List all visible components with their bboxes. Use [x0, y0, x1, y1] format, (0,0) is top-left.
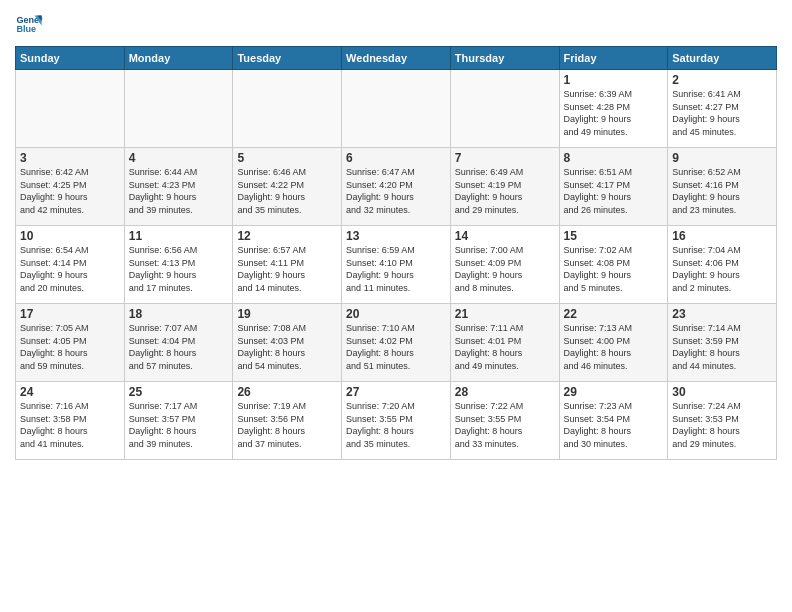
day-info: Sunrise: 7:24 AM Sunset: 3:53 PM Dayligh… [672, 400, 772, 450]
calendar-cell: 11Sunrise: 6:56 AM Sunset: 4:13 PM Dayli… [124, 226, 233, 304]
day-info: Sunrise: 7:13 AM Sunset: 4:00 PM Dayligh… [564, 322, 664, 372]
day-info: Sunrise: 6:52 AM Sunset: 4:16 PM Dayligh… [672, 166, 772, 216]
calendar-cell: 29Sunrise: 7:23 AM Sunset: 3:54 PM Dayli… [559, 382, 668, 460]
calendar-cell [233, 70, 342, 148]
day-number: 29 [564, 385, 664, 399]
day-number: 1 [564, 73, 664, 87]
calendar-cell: 10Sunrise: 6:54 AM Sunset: 4:14 PM Dayli… [16, 226, 125, 304]
day-number: 3 [20, 151, 120, 165]
calendar-cell [450, 70, 559, 148]
day-info: Sunrise: 6:56 AM Sunset: 4:13 PM Dayligh… [129, 244, 229, 294]
day-info: Sunrise: 7:19 AM Sunset: 3:56 PM Dayligh… [237, 400, 337, 450]
day-info: Sunrise: 7:10 AM Sunset: 4:02 PM Dayligh… [346, 322, 446, 372]
day-number: 22 [564, 307, 664, 321]
day-header-friday: Friday [559, 47, 668, 70]
day-info: Sunrise: 7:20 AM Sunset: 3:55 PM Dayligh… [346, 400, 446, 450]
day-info: Sunrise: 6:41 AM Sunset: 4:27 PM Dayligh… [672, 88, 772, 138]
day-info: Sunrise: 7:23 AM Sunset: 3:54 PM Dayligh… [564, 400, 664, 450]
calendar-cell: 2Sunrise: 6:41 AM Sunset: 4:27 PM Daylig… [668, 70, 777, 148]
calendar-cell: 14Sunrise: 7:00 AM Sunset: 4:09 PM Dayli… [450, 226, 559, 304]
calendar-week-4: 17Sunrise: 7:05 AM Sunset: 4:05 PM Dayli… [16, 304, 777, 382]
day-info: Sunrise: 7:07 AM Sunset: 4:04 PM Dayligh… [129, 322, 229, 372]
day-number: 15 [564, 229, 664, 243]
day-info: Sunrise: 6:46 AM Sunset: 4:22 PM Dayligh… [237, 166, 337, 216]
day-number: 24 [20, 385, 120, 399]
day-number: 14 [455, 229, 555, 243]
day-info: Sunrise: 7:22 AM Sunset: 3:55 PM Dayligh… [455, 400, 555, 450]
day-info: Sunrise: 6:54 AM Sunset: 4:14 PM Dayligh… [20, 244, 120, 294]
day-number: 10 [20, 229, 120, 243]
calendar-cell: 9Sunrise: 6:52 AM Sunset: 4:16 PM Daylig… [668, 148, 777, 226]
day-info: Sunrise: 6:57 AM Sunset: 4:11 PM Dayligh… [237, 244, 337, 294]
calendar-cell: 13Sunrise: 6:59 AM Sunset: 4:10 PM Dayli… [342, 226, 451, 304]
calendar-cell: 17Sunrise: 7:05 AM Sunset: 4:05 PM Dayli… [16, 304, 125, 382]
day-number: 30 [672, 385, 772, 399]
day-number: 9 [672, 151, 772, 165]
day-header-sunday: Sunday [16, 47, 125, 70]
calendar-cell [16, 70, 125, 148]
day-number: 27 [346, 385, 446, 399]
day-info: Sunrise: 7:17 AM Sunset: 3:57 PM Dayligh… [129, 400, 229, 450]
calendar-cell: 3Sunrise: 6:42 AM Sunset: 4:25 PM Daylig… [16, 148, 125, 226]
svg-text:Blue: Blue [16, 24, 36, 34]
day-info: Sunrise: 6:49 AM Sunset: 4:19 PM Dayligh… [455, 166, 555, 216]
calendar-cell [124, 70, 233, 148]
calendar-cell: 7Sunrise: 6:49 AM Sunset: 4:19 PM Daylig… [450, 148, 559, 226]
day-header-tuesday: Tuesday [233, 47, 342, 70]
calendar-cell: 22Sunrise: 7:13 AM Sunset: 4:00 PM Dayli… [559, 304, 668, 382]
day-info: Sunrise: 7:14 AM Sunset: 3:59 PM Dayligh… [672, 322, 772, 372]
day-header-saturday: Saturday [668, 47, 777, 70]
day-number: 28 [455, 385, 555, 399]
logo: General Blue [15, 10, 43, 38]
day-info: Sunrise: 7:02 AM Sunset: 4:08 PM Dayligh… [564, 244, 664, 294]
day-number: 12 [237, 229, 337, 243]
calendar-cell: 5Sunrise: 6:46 AM Sunset: 4:22 PM Daylig… [233, 148, 342, 226]
day-number: 19 [237, 307, 337, 321]
day-number: 25 [129, 385, 229, 399]
calendar-cell: 20Sunrise: 7:10 AM Sunset: 4:02 PM Dayli… [342, 304, 451, 382]
day-info: Sunrise: 6:59 AM Sunset: 4:10 PM Dayligh… [346, 244, 446, 294]
day-number: 11 [129, 229, 229, 243]
day-info: Sunrise: 7:16 AM Sunset: 3:58 PM Dayligh… [20, 400, 120, 450]
day-info: Sunrise: 7:04 AM Sunset: 4:06 PM Dayligh… [672, 244, 772, 294]
day-info: Sunrise: 7:08 AM Sunset: 4:03 PM Dayligh… [237, 322, 337, 372]
calendar-body: 1Sunrise: 6:39 AM Sunset: 4:28 PM Daylig… [16, 70, 777, 460]
calendar-cell: 26Sunrise: 7:19 AM Sunset: 3:56 PM Dayli… [233, 382, 342, 460]
day-header-monday: Monday [124, 47, 233, 70]
day-info: Sunrise: 6:42 AM Sunset: 4:25 PM Dayligh… [20, 166, 120, 216]
day-info: Sunrise: 6:51 AM Sunset: 4:17 PM Dayligh… [564, 166, 664, 216]
calendar-cell: 16Sunrise: 7:04 AM Sunset: 4:06 PM Dayli… [668, 226, 777, 304]
day-info: Sunrise: 6:39 AM Sunset: 4:28 PM Dayligh… [564, 88, 664, 138]
calendar-cell: 25Sunrise: 7:17 AM Sunset: 3:57 PM Dayli… [124, 382, 233, 460]
day-header-thursday: Thursday [450, 47, 559, 70]
calendar-cell: 24Sunrise: 7:16 AM Sunset: 3:58 PM Dayli… [16, 382, 125, 460]
day-number: 4 [129, 151, 229, 165]
calendar-cell: 18Sunrise: 7:07 AM Sunset: 4:04 PM Dayli… [124, 304, 233, 382]
calendar-cell: 12Sunrise: 6:57 AM Sunset: 4:11 PM Dayli… [233, 226, 342, 304]
calendar-cell: 30Sunrise: 7:24 AM Sunset: 3:53 PM Dayli… [668, 382, 777, 460]
calendar-header-row: SundayMondayTuesdayWednesdayThursdayFrid… [16, 47, 777, 70]
day-info: Sunrise: 7:11 AM Sunset: 4:01 PM Dayligh… [455, 322, 555, 372]
logo-icon: General Blue [15, 10, 43, 38]
day-number: 7 [455, 151, 555, 165]
calendar-cell: 21Sunrise: 7:11 AM Sunset: 4:01 PM Dayli… [450, 304, 559, 382]
day-number: 18 [129, 307, 229, 321]
day-number: 21 [455, 307, 555, 321]
day-number: 8 [564, 151, 664, 165]
day-info: Sunrise: 6:47 AM Sunset: 4:20 PM Dayligh… [346, 166, 446, 216]
calendar-cell: 27Sunrise: 7:20 AM Sunset: 3:55 PM Dayli… [342, 382, 451, 460]
calendar-cell: 19Sunrise: 7:08 AM Sunset: 4:03 PM Dayli… [233, 304, 342, 382]
calendar-cell: 4Sunrise: 6:44 AM Sunset: 4:23 PM Daylig… [124, 148, 233, 226]
calendar-cell: 28Sunrise: 7:22 AM Sunset: 3:55 PM Dayli… [450, 382, 559, 460]
calendar-cell: 23Sunrise: 7:14 AM Sunset: 3:59 PM Dayli… [668, 304, 777, 382]
day-number: 5 [237, 151, 337, 165]
calendar-cell: 1Sunrise: 6:39 AM Sunset: 4:28 PM Daylig… [559, 70, 668, 148]
calendar-table: SundayMondayTuesdayWednesdayThursdayFrid… [15, 46, 777, 460]
calendar-cell: 15Sunrise: 7:02 AM Sunset: 4:08 PM Dayli… [559, 226, 668, 304]
day-header-wednesday: Wednesday [342, 47, 451, 70]
day-number: 16 [672, 229, 772, 243]
day-number: 13 [346, 229, 446, 243]
day-info: Sunrise: 6:44 AM Sunset: 4:23 PM Dayligh… [129, 166, 229, 216]
day-number: 26 [237, 385, 337, 399]
day-number: 23 [672, 307, 772, 321]
